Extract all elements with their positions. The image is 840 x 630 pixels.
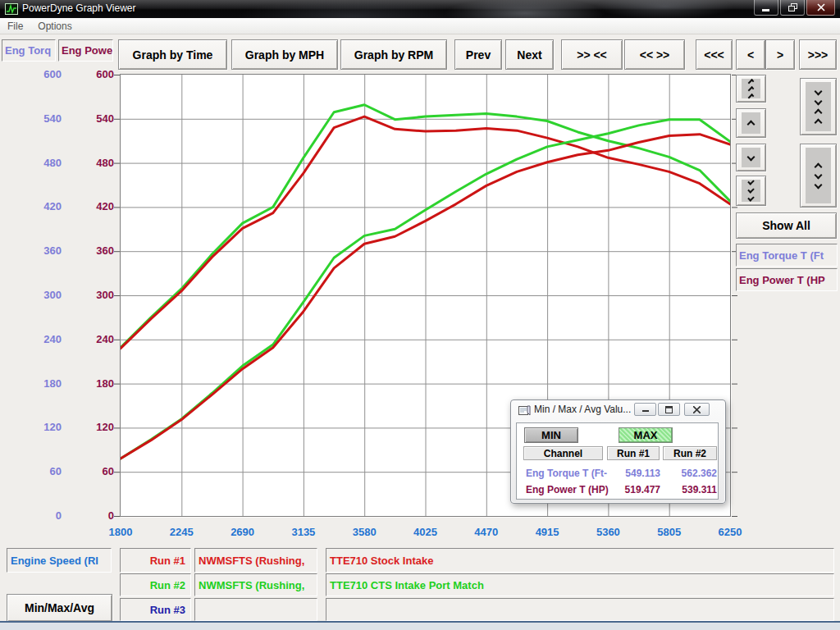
run2-desc-panel: TTE710 CTS Intake Port Match — [326, 573, 834, 596]
run2-desc: TTE710 CTS Intake Port Match — [330, 579, 484, 591]
dialog-icon — [518, 404, 531, 417]
run3-label: Run #3 — [150, 604, 185, 616]
power-tick-420: 420 — [65, 200, 114, 212]
power-tick-480: 480 — [65, 157, 114, 169]
chevron-down-icon — [747, 153, 756, 161]
show-all-button[interactable]: Show All — [736, 212, 837, 239]
chevron-up-icon — [748, 86, 755, 93]
torque-tick-600: 600 — [12, 68, 62, 80]
table-row-torque-run1: 549.113 — [603, 468, 660, 479]
power-tick-360: 360 — [65, 244, 114, 257]
scroll-far-right-button[interactable]: >>> — [799, 39, 837, 70]
minmax-dialog: Min / Max / Avg Valu... MIN MAX Channel … — [510, 399, 726, 504]
scroll-up-fast-spinner[interactable] — [736, 75, 766, 103]
window-bottom-edge — [0, 621, 840, 630]
rpm-tick-6250: 6250 — [705, 526, 755, 538]
rpm-tick-2245: 2245 — [157, 526, 206, 538]
scroll-down-spinner[interactable] — [736, 144, 766, 171]
scroll-up-spinner[interactable] — [736, 108, 766, 138]
power-axis-header[interactable]: Eng Powe — [58, 39, 113, 62]
chevron-down-icon — [747, 194, 754, 201]
maximize-button[interactable] — [780, 0, 805, 16]
max-toggle-button[interactable]: MAX — [619, 427, 673, 443]
power-channel-label: Eng Power T (HP — [739, 274, 825, 286]
window-title: PowerDyne Graph Viewer — [22, 2, 136, 14]
torque-tick-0: 0 — [12, 509, 62, 522]
run1-desc: TTE710 Stock Intake — [330, 555, 433, 567]
next-button[interactable]: Next — [505, 39, 554, 70]
dialog-maximize-button[interactable] — [658, 403, 680, 416]
chevron-down-icon — [815, 97, 823, 105]
rpm-tick-4915: 4915 — [523, 526, 572, 538]
run1-column-header[interactable]: Run #1 — [607, 446, 660, 460]
table-row-torque-channel: Eng Torque T (Ft- — [526, 468, 607, 479]
power-tick-540: 540 — [65, 112, 114, 125]
min-toggle-button[interactable]: MIN — [524, 427, 578, 443]
graph-by-mph-button[interactable]: Graph by MPH — [231, 39, 338, 70]
power-tick-0: 0 — [65, 509, 114, 522]
scroll-down-fast-spinner[interactable] — [736, 176, 766, 206]
table-row-torque-run2: 562.362 — [660, 468, 717, 479]
zoom-out-y-spinner[interactable] — [800, 144, 837, 208]
torque-tick-300: 300 — [12, 289, 62, 301]
table-row-power-channel: Eng Power T (HP) — [526, 484, 609, 495]
dialog-minimize-button[interactable] — [634, 403, 656, 416]
zoom-in-y-spinner[interactable] — [800, 78, 837, 135]
menu-file[interactable]: File — [0, 19, 30, 34]
power-tick-60: 60 — [65, 465, 114, 477]
run2-column-header[interactable]: Run #2 — [663, 446, 717, 460]
torque-tick-480: 480 — [12, 157, 62, 169]
power-tick-120: 120 — [65, 421, 114, 433]
close-button[interactable] — [806, 0, 835, 16]
rpm-tick-1800: 1800 — [96, 526, 145, 538]
torque-axis-header[interactable]: Eng Torq — [2, 39, 56, 62]
run1-name-panel: NWMSFTS (Rushing, — [194, 548, 317, 573]
torque-tick-360: 360 — [12, 244, 62, 257]
graph-by-rpm-button[interactable]: Graph by RPM — [340, 39, 447, 70]
power-tick-240: 240 — [65, 333, 114, 345]
dialog-close-button[interactable] — [684, 403, 710, 416]
run2-name: NWMSFTS (Rushing, — [199, 579, 304, 591]
left-axis-ticks — [114, 74, 120, 518]
prev-button[interactable]: Prev — [454, 39, 502, 70]
power-channel-panel: Eng Power T (HP — [736, 268, 838, 291]
minimize-button[interactable] — [754, 0, 778, 16]
chevron-down-icon — [747, 186, 754, 193]
power-axis-label: Eng Powe — [62, 44, 112, 57]
chevron-up-icon — [748, 94, 755, 100]
rpm-tick-5805: 5805 — [645, 526, 694, 538]
menu-options[interactable]: Options — [30, 19, 79, 34]
channel-column-header[interactable]: Channel — [523, 446, 603, 460]
engine-speed-label: Engine Speed (RI — [11, 555, 98, 567]
run3-desc-panel — [326, 598, 834, 621]
torque-tick-240: 240 — [12, 333, 62, 345]
rpm-tick-2690: 2690 — [218, 526, 267, 538]
chevron-up-icon — [748, 79, 755, 85]
table-row-power-run2: 539.311 — [660, 484, 717, 495]
rpm-tick-4025: 4025 — [401, 526, 450, 538]
scroll-far-left-button[interactable]: <<< — [696, 39, 733, 70]
zoom-out-x-button[interactable]: << >> — [624, 39, 685, 70]
torque-tick-180: 180 — [12, 377, 62, 390]
torque-axis-label: Eng Torq — [5, 44, 51, 57]
chevron-down-icon — [815, 171, 823, 179]
title-bar: PowerDyne Graph Viewer — [0, 0, 840, 18]
chevron-up-icon — [747, 120, 756, 128]
app-icon — [5, 2, 18, 16]
chevron-up-icon — [815, 162, 823, 171]
run1-label-panel: Run #1 — [120, 548, 191, 573]
run2-label: Run #2 — [150, 579, 185, 591]
zoom-in-x-button[interactable]: >> << — [561, 39, 623, 70]
scroll-right-button[interactable]: > — [765, 39, 795, 70]
chevron-down-icon — [815, 180, 823, 189]
rpm-tick-3580: 3580 — [340, 526, 389, 538]
chevron-up-icon — [815, 108, 823, 116]
minmaxavg-button[interactable]: Min/Max/Avg — [7, 594, 112, 622]
run1-desc-panel: TTE710 Stock Intake — [326, 548, 834, 573]
scroll-left-button[interactable]: < — [736, 39, 765, 70]
power-tick-600: 600 — [65, 68, 114, 80]
torque-tick-120: 120 — [12, 421, 62, 433]
graph-by-time-button[interactable]: Graph by Time — [118, 39, 227, 70]
run2-name-panel: NWMSFTS (Rushing, — [194, 573, 317, 596]
run3-name-panel — [194, 598, 317, 621]
